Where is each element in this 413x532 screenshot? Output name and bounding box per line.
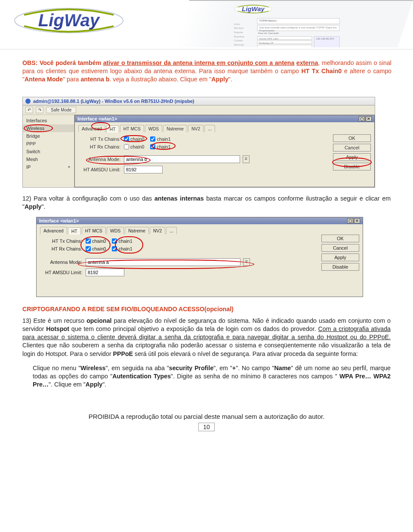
apply-button[interactable]: Apply xyxy=(333,153,371,161)
tab-htmcs[interactable]: HT MCS xyxy=(82,227,106,234)
dialog-tabs: Advanced HT HT MCS WDS Nstreme NV2 ... xyxy=(78,125,371,132)
redo-button[interactable]: ↷ xyxy=(36,107,43,113)
tab-more[interactable]: ... xyxy=(204,125,215,132)
tab-ht[interactable]: HT xyxy=(68,227,81,235)
ligway-logo: LigWay xyxy=(13,4,125,35)
antenna-mode-field[interactable] xyxy=(86,258,240,266)
ht-tx-chains-row2: HT Tx Chains: chain0 chain1 xyxy=(40,238,359,244)
step-12: 12) Para voltar à configuração com o uso… xyxy=(0,195,413,211)
ht-tx-chains-row: HT Tx Chains: chain0 chain1 xyxy=(78,136,371,142)
dialog-title: Interface <wlan1> xyxy=(77,116,117,121)
sidebar-item-wireless[interactable]: Wireless xyxy=(23,124,74,132)
amsdu-row2: HT AMSDU Limit: xyxy=(40,269,359,276)
obs-paragraph: OBS: Você poderá também ativar o transmi… xyxy=(0,49,413,94)
mini-side-menu: Início Serviços Suporte Empresa Contato … xyxy=(234,16,256,47)
disable-button[interactable]: Disable xyxy=(333,163,371,170)
tab-wds[interactable]: WDS xyxy=(107,227,124,234)
sidebar-item-bridge[interactable]: Bridge xyxy=(23,132,74,140)
svg-text:LigWay: LigWay xyxy=(38,11,101,30)
dialog2-actions: OK Cancel Apply Disable xyxy=(321,235,359,271)
section-title-criptografando: CRIPTOGRAFANDO A REDE SEM FIO/BLOQUEANDO… xyxy=(0,306,413,312)
rx-chain0-checkbox[interactable]: chain0 xyxy=(124,144,144,149)
tab-advanced[interactable]: Advanced xyxy=(40,227,67,234)
sidebar-item-interfaces[interactable]: Interfaces xyxy=(23,117,74,124)
mini-caption: Área de Operação xyxy=(257,32,340,34)
dialog-actions: OK Cancel Apply Disable xyxy=(333,134,371,170)
rx-chain0-checkbox[interactable]: chain0 xyxy=(86,246,106,251)
mini-title: TCP/IP Básico xyxy=(257,18,340,24)
mini-desc: Use esta conexão para configurar a sua c… xyxy=(257,25,340,31)
header-preview-panel: LigWay Início Serviços Suporte Empresa C… xyxy=(174,0,413,47)
tab-nv2[interactable]: NV2 xyxy=(188,125,203,132)
sidebar-item-switch[interactable]: Switch xyxy=(23,148,74,155)
ligway-mini-logo: LigWay xyxy=(234,3,273,14)
antenna-mode-field[interactable] xyxy=(124,155,240,163)
antenna-dropdown-button[interactable]: ∓ xyxy=(243,155,250,163)
sidebar-item-ppp[interactable]: PPP xyxy=(23,140,74,148)
close-icon[interactable]: ✕ xyxy=(354,218,360,223)
antenna-mode-row2: Antenna Mode: ∓ xyxy=(40,258,359,266)
dialog2-titlebar: Interface <wlan1> ▢ ✕ xyxy=(37,217,363,224)
disable-button[interactable]: Disable xyxy=(321,263,359,271)
tab-nstreme[interactable]: Nstreme xyxy=(125,227,149,234)
tab-more[interactable]: ... xyxy=(166,227,177,234)
dialog2-tabs: Advanced HT HT MCS WDS Nstreme NV2 ... xyxy=(40,227,359,234)
app-icon xyxy=(25,99,31,104)
undo-button[interactable]: ↶ xyxy=(25,107,33,113)
tab-wds[interactable]: WDS xyxy=(145,125,163,132)
rx-chain1-checkbox[interactable]: chain1 xyxy=(112,246,132,251)
tab-advanced[interactable]: Advanced xyxy=(78,125,105,132)
amsdu-row: HT AMSDU Limit: xyxy=(78,166,371,173)
ok-button[interactable]: OK xyxy=(333,134,371,142)
tx-chain1-checkbox[interactable]: chain1 xyxy=(112,238,132,244)
winbox-screenshot-1: admin@192.168.88.1 (LigWay) - WinBox v5.… xyxy=(22,97,375,188)
sidebar-item-mesh[interactable]: Mesh xyxy=(23,155,74,163)
dialog2-title: Interface <wlan1> xyxy=(39,218,79,223)
safe-mode-button[interactable]: Safe Mode xyxy=(46,107,76,113)
interface-dialog: Interface <wlan1> ▢ ✕ Advanced HT HT MCS… xyxy=(74,115,375,187)
amsdu-field[interactable] xyxy=(124,166,163,173)
chevron-right-icon: ▸ xyxy=(68,164,71,169)
winbox-sidebar: Interfaces Wireless Bridge PPP Switch Me… xyxy=(23,115,74,187)
apply-button[interactable]: Apply xyxy=(321,254,359,261)
antenna-dropdown-button[interactable]: ∓ xyxy=(243,258,250,266)
tab-ht[interactable]: HT xyxy=(106,125,119,133)
minimize-icon[interactable]: ▢ xyxy=(347,218,353,223)
svg-text:LigWay: LigWay xyxy=(242,6,265,12)
tx-chain0-checkbox[interactable]: chain0 xyxy=(124,136,144,142)
tx-chain1-checkbox[interactable]: chain1 xyxy=(150,136,170,142)
tab-nv2[interactable]: NV2 xyxy=(150,227,165,234)
cancel-button[interactable]: Cancel xyxy=(333,144,371,152)
rx-chain1-checkbox[interactable]: chain1 xyxy=(150,144,170,149)
logo-main: LigWay xyxy=(0,0,125,37)
ht-rx-chains-row2: HT Rx Chains: chain0 chain1 xyxy=(40,246,359,251)
minimize-icon[interactable]: ▢ xyxy=(359,116,365,121)
tab-nstreme[interactable]: Nstreme xyxy=(163,125,187,132)
footer-note: PROIBIDA a reprodução total ou parcial d… xyxy=(0,395,413,420)
sidebar-item-ip[interactable]: IP ▸ xyxy=(23,163,74,171)
tx-chain0-checkbox[interactable]: chain0 xyxy=(86,238,106,244)
antenna-mode-row: Antenna Mode: ∓ xyxy=(78,155,371,163)
page-number: 10 xyxy=(0,423,413,431)
ht-rx-chains-row: HT Rx Chains: chain0 chain1 xyxy=(78,144,371,149)
winbox-titlebar: admin@192.168.88.1 (LigWay) - WinBox v5.… xyxy=(23,97,375,105)
amsdu-field[interactable] xyxy=(86,269,124,276)
cancel-button[interactable]: Cancel xyxy=(321,244,359,252)
tab-htmcs[interactable]: HT MCS xyxy=(120,125,144,132)
close-icon[interactable]: ✕ xyxy=(366,116,372,121)
dialog-titlebar: Interface <wlan1> ▢ ✕ xyxy=(75,115,374,122)
winbox-screenshot-2: Interface <wlan1> ▢ ✕ Advanced HT HT MCS… xyxy=(36,217,363,297)
winbox-title: admin@192.168.88.1 (LigWay) - WinBox v5.… xyxy=(33,99,194,104)
page-header: LigWay LigWay Início Serviços Suporte Em… xyxy=(0,0,413,49)
step-13: 13) Este é um recurso opcional para elev… xyxy=(0,317,413,389)
winbox-toolbar: ↶ ↷ Safe Mode xyxy=(23,105,375,115)
ok-button[interactable]: OK xyxy=(321,235,359,242)
